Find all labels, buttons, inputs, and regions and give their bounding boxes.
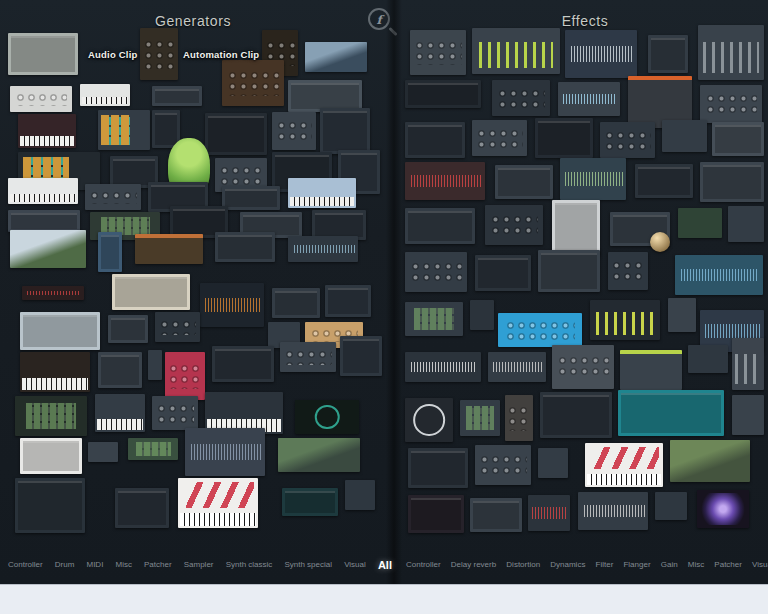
category-controller[interactable]: Controller [8,560,43,569]
category-delay-reverb[interactable]: Delay reverb [451,560,496,569]
screen: Generators Effects f Audio Clip Automati… [0,0,768,614]
plugin-thumbnail[interactable] [608,252,648,290]
plugin-thumbnail[interactable] [410,30,466,75]
category-synth-special[interactable]: Synth special [284,560,332,569]
plugin-thumbnail[interactable] [678,208,722,238]
category-midi[interactable]: MIDI [86,560,103,569]
effect-categories: ControllerDelay reverbDistortionDynamics… [406,557,768,569]
category-misc[interactable]: Misc [115,560,131,569]
plugin-thumbnail[interactable] [460,400,500,436]
plugin-thumbnail[interactable] [475,255,531,291]
plugin-thumbnail[interactable] [470,300,494,330]
plugin-thumbnail[interactable] [472,120,527,156]
plugin-thumbnail[interactable] [700,162,764,202]
category-synth-classic[interactable]: Synth classic [226,560,273,569]
plugin-thumbnail[interactable] [405,352,481,382]
plugin-thumbnail[interactable] [538,250,600,292]
plugin-thumbnail[interactable] [578,492,648,530]
panel-divider [386,0,402,584]
category-patcher[interactable]: Patcher [714,560,742,569]
plugin-thumbnail[interactable] [560,158,626,200]
plugin-thumbnail[interactable] [618,390,724,436]
plugin-thumbnail[interactable] [552,345,614,389]
category-visual[interactable]: Visual [752,560,768,569]
plugin-thumbnail[interactable] [405,398,453,442]
plugin-thumbnail[interactable] [528,495,570,531]
effects-panel [0,0,768,584]
plugin-thumbnail[interactable] [700,85,762,123]
plugin-thumbnail[interactable] [675,255,763,295]
plugin-thumbnail[interactable] [670,440,750,482]
plugin-thumbnail[interactable] [648,35,688,73]
plugin-thumbnail[interactable] [732,338,764,390]
taskbar: Search ENG UK 12:34 30/04/2026 11 [0,584,768,614]
plugin-thumbnail[interactable] [697,490,749,528]
plugin-thumbnail[interactable] [405,122,465,158]
category-gain[interactable]: Gain [661,560,678,569]
plugin-thumbnail[interactable] [405,208,475,244]
plugin-thumbnail[interactable] [728,206,764,242]
plugin-thumbnail[interactable] [475,445,531,485]
plugin-thumbnail[interactable] [732,395,764,435]
category-all[interactable]: All [378,559,392,571]
category-misc[interactable]: Misc [688,560,704,569]
plugin-thumbnail[interactable] [668,298,696,332]
plugin-thumbnail[interactable] [540,392,612,438]
category-patcher[interactable]: Patcher [144,560,172,569]
plugin-thumbnail[interactable] [485,205,543,245]
plugin-thumbnail[interactable] [688,345,728,373]
plugin-thumbnail[interactable] [498,313,582,347]
plugin-thumbnail[interactable] [650,232,670,252]
category-distortion[interactable]: Distortion [506,560,540,569]
category-filter[interactable]: Filter [596,560,614,569]
plugin-thumbnail[interactable] [505,395,533,441]
plugin-thumbnail[interactable] [600,122,655,158]
plugin-thumbnail[interactable] [488,352,546,382]
category-dynamics[interactable]: Dynamics [550,560,585,569]
plugin-thumbnail[interactable] [538,448,568,478]
plugin-thumbnail[interactable] [472,28,560,74]
generator-categories: ControllerDrumMIDIMiscPatcherSamplerSynt… [8,557,392,569]
plugin-thumbnail[interactable] [535,118,593,158]
plugin-thumbnail[interactable] [565,30,637,78]
category-visual[interactable]: Visual [344,560,366,569]
plugin-thumbnail[interactable] [698,25,764,80]
plugin-picker: Generators Effects f Audio Clip Automati… [0,0,768,584]
plugin-thumbnail[interactable] [405,80,481,108]
audio-clip-label[interactable]: Audio Clip [88,49,138,60]
plugin-thumbnail[interactable] [635,164,693,198]
category-controller[interactable]: Controller [406,560,441,569]
plugin-thumbnail[interactable] [558,82,620,116]
plugin-thumbnail[interactable] [495,165,553,199]
plugin-thumbnail[interactable] [620,350,682,390]
plugin-thumbnail[interactable] [585,443,663,487]
plugin-thumbnail[interactable] [470,498,522,532]
plugin-thumbnail[interactable] [552,200,600,256]
plugin-thumbnail[interactable] [590,300,660,340]
category-flanger[interactable]: Flanger [623,560,650,569]
plugin-thumbnail[interactable] [662,120,707,152]
category-drum[interactable]: Drum [55,560,75,569]
plugin-thumbnail[interactable] [408,448,468,488]
automation-clip-label[interactable]: Automation Clip [183,49,259,60]
plugin-thumbnail[interactable] [405,302,463,336]
plugin-thumbnail[interactable] [492,80,550,116]
plugin-thumbnail[interactable] [712,122,764,156]
plugin-thumbnail[interactable] [405,162,485,200]
plugin-thumbnail[interactable] [408,495,464,533]
category-sampler[interactable]: Sampler [184,560,214,569]
plugin-thumbnail[interactable] [655,492,687,520]
plugin-thumbnail[interactable] [405,252,467,292]
